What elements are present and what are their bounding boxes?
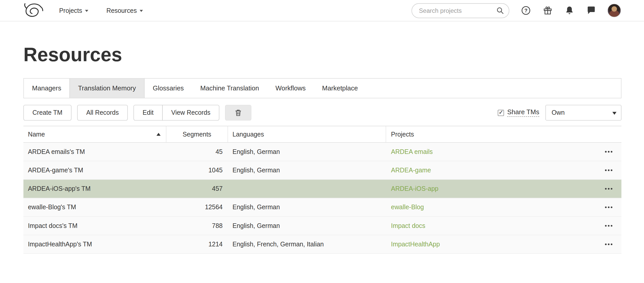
search-box (412, 3, 509, 18)
messages-button[interactable] (586, 5, 596, 16)
app-viewport: Projects Resources (0, 0, 644, 283)
tm-table-header: Name Segments Languages Projects (24, 126, 621, 143)
tm-actions-cell (593, 205, 621, 210)
tm-project-cell: ARDEA emails (386, 148, 593, 155)
tab-machine-translation[interactable]: Machine Translation (192, 79, 267, 98)
tab-workflows[interactable]: Workflows (267, 79, 314, 98)
tm-project-cell: ewalle-Blog (386, 204, 593, 211)
table-row[interactable]: ARDEA-game's TM 1045 English, German ARD… (24, 161, 621, 180)
page-title: Resources (24, 44, 621, 66)
search-icon[interactable] (496, 6, 504, 15)
gift-icon (543, 6, 552, 15)
main-content: Resources ManagersTranslation MemoryGlos… (0, 44, 644, 254)
column-header-projects[interactable]: Projects (386, 126, 593, 142)
tm-table-body: ARDEA emails's TM 45 English, German ARD… (24, 143, 621, 254)
column-header-name[interactable]: Name (24, 126, 166, 142)
bell-icon (564, 6, 574, 15)
nav-item-projects[interactable]: Projects (59, 7, 88, 14)
project-link[interactable]: Impact docs (391, 222, 425, 229)
tm-actions-cell (593, 242, 621, 247)
help-button[interactable]: ? (520, 5, 531, 16)
tm-project-cell: ARDEA-game (386, 166, 593, 174)
select-caret-icon (612, 112, 616, 115)
tab-managers[interactable]: Managers (24, 79, 70, 98)
toolbar: Create TM All Records Edit View Records (24, 105, 621, 121)
project-link[interactable]: ewalle-Blog (391, 204, 424, 211)
search-input[interactable] (412, 3, 509, 18)
tm-project-cell: Impact docs (386, 222, 593, 229)
scope-select-value: Own (552, 109, 565, 117)
project-link[interactable]: ARDEA emails (391, 148, 433, 155)
share-tms-checkbox[interactable] (498, 110, 504, 116)
tm-name-cell: ARDEA-game's TM (24, 166, 166, 174)
nav-item-label: Projects (59, 7, 82, 14)
help-icon: ? (521, 6, 530, 15)
row-actions-button[interactable] (604, 223, 613, 228)
tm-actions-cell (593, 149, 621, 154)
chevron-down-icon (140, 10, 143, 12)
share-tms-control: Share TMs (498, 109, 539, 117)
column-header-segments[interactable]: Segments (166, 126, 228, 142)
project-link[interactable]: ARDEA-game (391, 166, 431, 173)
chat-icon (586, 6, 596, 15)
crowdin-logo[interactable] (23, 2, 43, 19)
main-nav: Projects Resources (59, 7, 143, 14)
table-row[interactable]: ImpactHealthApp's TM 1214 English, Frenc… (24, 235, 621, 254)
scope-select[interactable]: Own (546, 105, 621, 121)
tm-languages-cell: English, German (228, 222, 386, 229)
table-row[interactable]: ARDEA-iOS-app's TM 457 ARDEA-iOS-app (24, 180, 621, 198)
table-row[interactable]: ewalle-Blog's TM 12564 English, German e… (24, 198, 621, 217)
tabs: ManagersTranslation MemoryGlossariesMach… (24, 78, 621, 98)
tm-actions-cell (593, 186, 621, 191)
tm-languages-cell: English, German (228, 148, 386, 155)
nav-item-label: Resources (106, 7, 137, 14)
tab-marketplace[interactable]: Marketplace (314, 79, 366, 98)
tm-segments-cell: 1214 (166, 241, 228, 248)
scale-root: Projects Resources (0, 0, 644, 283)
delete-button[interactable] (225, 105, 251, 121)
tm-segments-cell: 45 (166, 148, 228, 155)
toolbar-right: Share TMs Own (498, 105, 621, 121)
tm-name-cell: ewalle-Blog's TM (24, 204, 166, 211)
records-button-group: Edit View Records (134, 105, 219, 121)
create-tm-button[interactable]: Create TM (24, 105, 72, 121)
tm-name-cell: ImpactHealthApp's TM (24, 241, 166, 248)
table-row[interactable]: Impact docs's TM 788 English, German Imp… (24, 217, 621, 235)
project-link[interactable]: ARDEA-iOS-app (391, 185, 438, 192)
notifications-button[interactable] (564, 5, 575, 16)
tm-name-cell: ARDEA-iOS-app's TM (24, 185, 166, 193)
row-actions-button[interactable] (604, 186, 613, 191)
all-records-button[interactable]: All Records (77, 105, 128, 121)
table-row[interactable]: ARDEA emails's TM 45 English, German ARD… (24, 143, 621, 161)
crowdin-logo-icon (23, 3, 43, 18)
tm-languages-cell: English, German (228, 204, 386, 211)
tm-segments-cell: 1045 (166, 166, 228, 174)
row-actions-button[interactable] (604, 242, 613, 247)
share-tms-label[interactable]: Share TMs (507, 109, 539, 117)
project-link[interactable]: ImpactHealthApp (391, 241, 440, 248)
nav-item-resources[interactable]: Resources (106, 7, 143, 14)
edit-button[interactable]: Edit (134, 105, 163, 121)
tab-translation-memory[interactable]: Translation Memory (70, 79, 145, 98)
tm-table: Name Segments Languages Projects ARDEA e… (24, 126, 621, 254)
column-header-languages[interactable]: Languages (228, 126, 386, 142)
row-actions-button[interactable] (604, 168, 613, 173)
trash-icon (234, 109, 242, 117)
column-header-actions (593, 126, 621, 142)
row-actions-button[interactable] (604, 205, 613, 210)
tm-segments-cell: 788 (166, 222, 228, 229)
tab-glossaries[interactable]: Glossaries (145, 79, 192, 98)
tm-languages-cell: English, French, German, Italian (228, 241, 386, 248)
tm-name-cell: ARDEA emails's TM (24, 148, 166, 155)
tm-actions-cell (593, 223, 621, 228)
sort-asc-icon (157, 133, 161, 136)
view-records-button[interactable]: View Records (162, 105, 219, 121)
row-actions-button[interactable] (604, 149, 613, 154)
tm-languages-cell: English, German (228, 166, 386, 174)
tm-project-cell: ARDEA-iOS-app (386, 185, 593, 193)
gift-button[interactable] (542, 5, 553, 16)
tm-project-cell: ImpactHealthApp (386, 241, 593, 248)
tm-segments-cell: 457 (166, 185, 228, 193)
avatar[interactable] (607, 4, 621, 17)
tm-actions-cell (593, 168, 621, 173)
